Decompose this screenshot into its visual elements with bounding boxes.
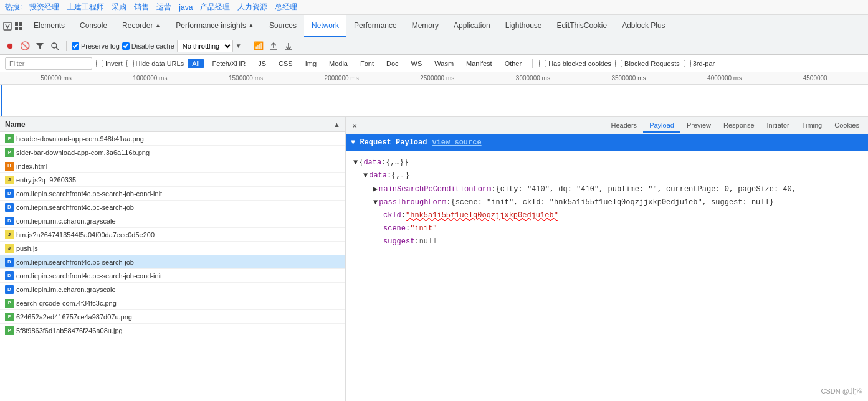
file-item-3[interactable]: H index.html (0, 159, 345, 173)
invert-checkbox-label[interactable]: Invert (96, 60, 123, 67)
file-item-4[interactable]: J entry.js?q=9260335 (0, 173, 345, 187)
tab-network[interactable]: Network (304, 15, 346, 37)
tab-application[interactable]: Application (446, 15, 498, 37)
detail-close-button[interactable]: × (348, 120, 361, 132)
wifi-icon-button[interactable]: 📶 (252, 40, 265, 52)
top-navigation-bar: 热搜: 投资经理 土建工程师 采购 销售 运营 java 产品经理 人力资源 总… (0, 0, 868, 15)
file-item-12[interactable]: D com.liepin.im.c.charon.grayscale (0, 283, 345, 296)
top-nav-link-3[interactable]: 采购 (112, 2, 126, 12)
timeline-mark-3: 1500000 ms (229, 75, 263, 82)
top-nav-link-8[interactable]: 人力资源 (237, 2, 267, 12)
disable-cache-checkbox-label[interactable]: Disable cache (122, 42, 174, 50)
file-item-7[interactable]: D com.liepin.im.c.charon.grayscale (0, 214, 345, 228)
json-main-search-toggle[interactable]: ▶ (373, 184, 378, 196)
file-item-6[interactable]: D com.liepin.searchfront4c.pc-search-job (0, 200, 345, 214)
tab-lighthouse[interactable]: Lighthouse (498, 15, 550, 37)
top-nav-link-1[interactable]: 投资经理 (29, 2, 59, 12)
filter-type-css[interactable]: CSS (274, 59, 297, 68)
tab-elements[interactable]: Elements (26, 15, 72, 37)
detail-tab-cookies[interactable]: Cookies (828, 119, 866, 133)
detail-tab-headers[interactable]: Headers (605, 119, 644, 133)
upload-button[interactable] (267, 40, 280, 52)
tab-sources-label: Sources (269, 21, 297, 30)
file-list-sort-icon[interactable]: ▲ (333, 121, 340, 128)
hide-data-checkbox[interactable] (126, 60, 134, 67)
blocked-requests-label[interactable]: Blocked Requests (615, 60, 680, 67)
tab-adblock-plus[interactable]: Adblock Plus (614, 15, 672, 37)
preserve-log-checkbox-label[interactable]: Preserve log (72, 42, 120, 50)
invert-checkbox[interactable] (96, 60, 103, 67)
filter-type-doc[interactable]: Doc (382, 59, 403, 68)
blocked-requests-checkbox[interactable] (615, 60, 622, 67)
detail-tab-preview[interactable]: Preview (680, 119, 717, 133)
timeline-chart[interactable] (0, 85, 868, 116)
detail-tab-timing[interactable]: Timing (796, 119, 829, 133)
has-blocked-cookies-label[interactable]: Has blocked cookies (539, 60, 611, 67)
download-button[interactable] (282, 40, 295, 52)
tab-performance-insights[interactable]: Performance insights ▲ (168, 15, 262, 37)
svg-rect-4 (19, 27, 22, 30)
has-blocked-cookies-checkbox[interactable] (539, 60, 546, 67)
preserve-log-checkbox[interactable] (72, 42, 79, 50)
top-nav-link-4[interactable]: 销售 (134, 2, 149, 12)
file-list-header: Name ▲ (0, 117, 345, 132)
file-item-14[interactable]: P 624652a2ed416757ce4a987d07u.png (0, 310, 345, 324)
top-nav-link-9[interactable]: 总经理 (275, 2, 297, 12)
filter-type-fetch-xhr[interactable]: Fetch/XHR (207, 59, 250, 68)
top-nav-link-2[interactable]: 土建工程师 (67, 2, 104, 12)
disable-cache-checkbox[interactable] (122, 42, 130, 50)
filter-type-wasm[interactable]: Wasm (430, 59, 458, 68)
file-item-15[interactable]: P 5f8f9863f6d1ab58476f246a08u.jpg (0, 324, 345, 337)
tab-editthiscookie[interactable]: EditThisCookie (549, 15, 614, 37)
file-item-10[interactable]: D com.liepin.searchfront4c.pc-search-job (0, 255, 345, 269)
file-item-5[interactable]: D com.liepin.searchfront4c.pc-search-job… (0, 187, 345, 200)
file-item-9[interactable]: J push.js (0, 242, 345, 255)
filter-type-all[interactable]: All (188, 59, 204, 68)
detail-tab-response[interactable]: Response (717, 119, 761, 133)
third-party-label[interactable]: 3rd-par (684, 60, 715, 67)
detail-tab-initiator[interactable]: Initiator (761, 119, 796, 133)
hide-data-checkbox-label[interactable]: Hide data URLs (126, 60, 184, 67)
file-icon-js-3: J (5, 244, 14, 253)
file-name-15: 5f8f9863f6d1ab58476f246a08u.jpg (16, 327, 340, 334)
view-source-link[interactable]: view source (432, 137, 481, 149)
tab-recorder-label: Recorder (122, 21, 153, 30)
top-nav-link-7[interactable]: 产品经理 (200, 2, 230, 12)
timeline-blue-indicator (1, 85, 2, 116)
json-passthrough-toggle[interactable]: ▼ (373, 197, 378, 209)
filter-type-font[interactable]: Font (356, 59, 378, 68)
json-root-toggle[interactable]: ▼ (353, 157, 358, 169)
search-button[interactable] (49, 40, 61, 52)
filter-type-js[interactable]: JS (254, 59, 270, 68)
tab-recorder[interactable]: Recorder ▲ (115, 15, 168, 37)
filter-icon-button[interactable] (34, 40, 46, 52)
tab-memory[interactable]: Memory (404, 15, 446, 37)
file-item-13[interactable]: P search-qrcode-com.4f34fc3c.png (0, 296, 345, 310)
top-nav-link-6[interactable]: java (179, 3, 193, 12)
clear-button[interactable]: 🚫 (19, 40, 31, 52)
filter-input[interactable] (5, 57, 92, 70)
json-ckid-val: "hnk5a1i55f1uelq0oqzjjxkp0edju1eb" (406, 210, 558, 222)
top-nav-link-5[interactable]: 运营 (156, 2, 171, 12)
filter-type-img[interactable]: Img (301, 59, 321, 68)
detail-tab-payload[interactable]: Payload (643, 119, 680, 133)
record-button[interactable]: ⏺ (4, 40, 16, 52)
filter-type-manifest[interactable]: Manifest (462, 59, 497, 68)
filter-type-media[interactable]: Media (325, 59, 352, 68)
file-item-8[interactable]: J hm.js?a2647413544f5a04f00da7eee0d5e200 (0, 228, 345, 242)
json-data-toggle[interactable]: ▼ (363, 170, 368, 182)
has-blocked-cookies-text: Has blocked cookies (548, 60, 611, 67)
filter-type-other[interactable]: Other (500, 59, 527, 68)
devtools-icon-left (2, 21, 12, 31)
perf-insights-icon: ▲ (248, 22, 254, 29)
toolbar-separator-1 (66, 41, 67, 51)
file-item-2[interactable]: P sider-bar-download-app-com.3a6a116b.pn… (0, 146, 345, 159)
tab-sources[interactable]: Sources (262, 15, 304, 37)
filter-type-ws[interactable]: WS (407, 59, 427, 68)
tab-console[interactable]: Console (72, 15, 115, 37)
third-party-checkbox[interactable] (684, 60, 691, 67)
file-item-1[interactable]: P header-download-app-com.948b41aa.png (0, 132, 345, 146)
throttle-select[interactable]: No throttling Fast 3G Slow 3G (177, 40, 233, 52)
file-item-11[interactable]: D com.liepin.searchfront4c.pc-search-job… (0, 269, 345, 283)
tab-performance[interactable]: Performance (346, 15, 404, 37)
